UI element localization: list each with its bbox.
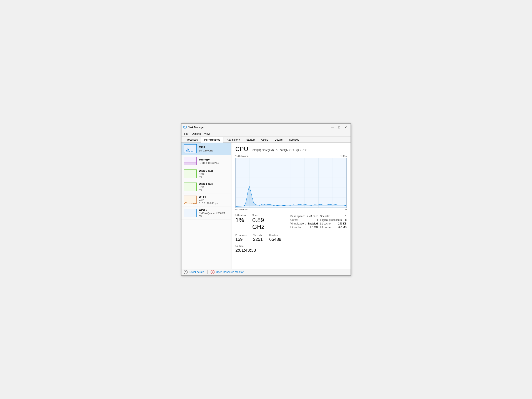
- memory-sidebar-info: Memory 3.5/15.9 GB (22%): [199, 158, 229, 164]
- chart-x-min: 60 seconds: [235, 208, 247, 211]
- spec-sockets-val: 1: [345, 215, 347, 218]
- disk1-sidebar-title: Disk 1 (E:): [199, 182, 229, 185]
- wifi-sidebar-title: Wi-Fi: [199, 195, 229, 198]
- detail-panel: CPU Intel(R) Core(TM) i7-3740QM CPU @ 2.…: [231, 143, 350, 269]
- menu-view[interactable]: View: [203, 132, 212, 136]
- maximize-button[interactable]: □: [336, 125, 342, 130]
- utilization-value: 1%: [235, 217, 246, 224]
- threads-value: 2251: [253, 237, 263, 242]
- spec-virt-key: Virtualization:: [290, 222, 306, 225]
- handles-block: Handles 65488: [269, 234, 281, 242]
- cpu-sidebar-title: CPU: [199, 146, 229, 149]
- svg-rect-2: [184, 127, 185, 127]
- spec-virtualization: Virtualization: Enabled: [290, 222, 318, 225]
- tab-performance[interactable]: Performance: [201, 137, 223, 143]
- spec-l2-key: L2 cache:: [290, 226, 302, 229]
- disk1-sidebar-sub1: HDD: [199, 186, 229, 188]
- spec-sockets: Sockets: 1: [320, 215, 347, 218]
- menu-bar: File Options View: [182, 131, 350, 137]
- uptime-label: Up time: [235, 245, 347, 247]
- handles-value: 65488: [269, 237, 281, 242]
- threads-label: Threads: [253, 234, 263, 236]
- fewer-details-label: Fewer details: [189, 271, 204, 274]
- disk0-thumbnail: [184, 170, 197, 178]
- spec-base-speed-val: 2.70 GHz: [307, 215, 318, 218]
- spec-virt-val: Enabled: [308, 222, 318, 225]
- spec-logical: Logical processors: 8: [320, 218, 347, 222]
- tab-details[interactable]: Details: [271, 137, 286, 143]
- sidebar-item-disk0[interactable]: Disk 0 (C:) SSD 0%: [182, 167, 231, 180]
- svg-rect-1: [184, 126, 185, 127]
- svg-rect-11: [184, 209, 196, 217]
- disk0-sidebar-sub2: 0%: [199, 176, 229, 178]
- spec-l1: L1 cache: 256 KB: [320, 222, 347, 225]
- task-manager-icon: [183, 126, 187, 129]
- tab-services[interactable]: Services: [286, 137, 302, 143]
- tab-users[interactable]: Users: [258, 137, 271, 143]
- chart-y-max: 100%: [341, 155, 347, 157]
- speed-block: Speed 0.89 GHz: [252, 214, 277, 230]
- svg-rect-3: [184, 128, 186, 129]
- detail-header: CPU Intel(R) Core(TM) i7-3740QM CPU @ 2.…: [235, 146, 347, 152]
- bottom-divider: [207, 270, 208, 274]
- spec-logical-val: 8: [345, 218, 347, 222]
- disk1-sidebar-sub2: 0%: [199, 189, 229, 191]
- close-button[interactable]: ✕: [343, 125, 349, 130]
- wifi-sidebar-info: Wi-Fi Wi-Fi S: 0 R: 16.0 Kbps: [199, 195, 229, 204]
- wifi-thumbnail: [184, 196, 197, 204]
- chart-y-label: % Utilization: [235, 155, 249, 157]
- speed-label: Speed: [252, 214, 277, 216]
- gpu-thumbnail: [184, 209, 197, 217]
- disk0-sidebar-title: Disk 0 (C:): [199, 169, 229, 172]
- spec-base-speed-key: Base speed:: [290, 215, 305, 218]
- fewer-details-link[interactable]: ⌃ Fewer details: [184, 270, 204, 274]
- detail-subtitle: Intel(R) Core(TM) i7-3740QM CPU @ 2.70G.…: [252, 148, 310, 152]
- minimize-button[interactable]: —: [330, 125, 336, 130]
- tab-bar: Processes Performance App history Startu…: [182, 137, 350, 143]
- handles-label: Handles: [269, 234, 281, 236]
- memory-sidebar-title: Memory: [199, 158, 229, 161]
- menu-options[interactable]: Options: [190, 132, 202, 136]
- svg-rect-7: [184, 163, 196, 165]
- sidebar-item-cpu[interactable]: CPU 1% 0.89 GHz: [182, 143, 231, 155]
- spec-l1-val: 256 KB: [338, 222, 347, 225]
- utilization-label: Utilization: [235, 214, 246, 216]
- window-controls: — □ ✕: [330, 125, 349, 130]
- gpu0-sidebar-sub1: NVIDIA Quadro K3000M: [199, 212, 229, 215]
- processes-block: Processes 159: [235, 234, 247, 242]
- window-title: Task Manager: [188, 126, 204, 129]
- sidebar-item-disk1[interactable]: Disk 1 (E:) HDD 0%: [182, 180, 231, 193]
- spec-l2-val: 1.0 MB: [310, 226, 318, 229]
- open-monitor-link[interactable]: ⊘ Open Resource Monitor: [211, 270, 243, 274]
- spec-cores-key: Cores:: [290, 218, 298, 222]
- svg-rect-8: [184, 170, 196, 178]
- task-manager-window: Task Manager — □ ✕ File Options View Pro…: [181, 123, 351, 276]
- sidebar-item-wifi[interactable]: Wi-Fi Wi-Fi S: 0 R: 16.0 Kbps: [182, 193, 231, 206]
- gpu0-sidebar-info: GPU 0 NVIDIA Quadro K3000M 0%: [199, 208, 229, 217]
- wifi-sidebar-sub1: Wi-Fi: [199, 199, 229, 202]
- gpu0-sidebar-sub2: 0%: [199, 215, 229, 217]
- menu-file[interactable]: File: [182, 132, 190, 136]
- title-bar: Task Manager — □ ✕: [182, 124, 350, 131]
- spec-cores-val: 4: [317, 218, 318, 222]
- sidebar-item-gpu0[interactable]: GPU 0 NVIDIA Quadro K3000M 0%: [182, 206, 231, 220]
- disk1-thumbnail: [184, 183, 197, 191]
- cpu-thumbnail: [184, 144, 197, 153]
- processes-label: Processes: [235, 234, 247, 236]
- spec-l2: L2 cache: 1.0 MB: [290, 226, 318, 229]
- main-content: CPU 1% 0.89 GHz Memory 3.5/15.9 GB (22%): [182, 143, 350, 269]
- sidebar-item-memory[interactable]: Memory 3.5/15.9 GB (22%): [182, 155, 231, 167]
- tab-app-history[interactable]: App history: [223, 137, 243, 143]
- chart-x-max: 0: [345, 208, 347, 211]
- monitor-icon: ⊘: [211, 270, 215, 274]
- bottom-bar: ⌃ Fewer details ⊘ Open Resource Monitor: [182, 269, 350, 275]
- disk0-sidebar-sub1: SSD: [199, 173, 229, 175]
- tab-processes[interactable]: Processes: [182, 137, 201, 143]
- tab-startup[interactable]: Startup: [243, 137, 258, 143]
- fewer-details-icon: ⌃: [184, 270, 188, 274]
- memory-sidebar-sub: 3.5/15.9 GB (22%): [199, 162, 229, 164]
- specs-grid: Base speed: 2.70 GHz Sockets: 1 Cores: 4: [290, 215, 347, 229]
- gpu0-sidebar-title: GPU 0: [199, 208, 229, 211]
- disk1-sidebar-info: Disk 1 (E:) HDD 0%: [199, 182, 229, 191]
- spec-l1-key: L1 cache:: [320, 222, 331, 225]
